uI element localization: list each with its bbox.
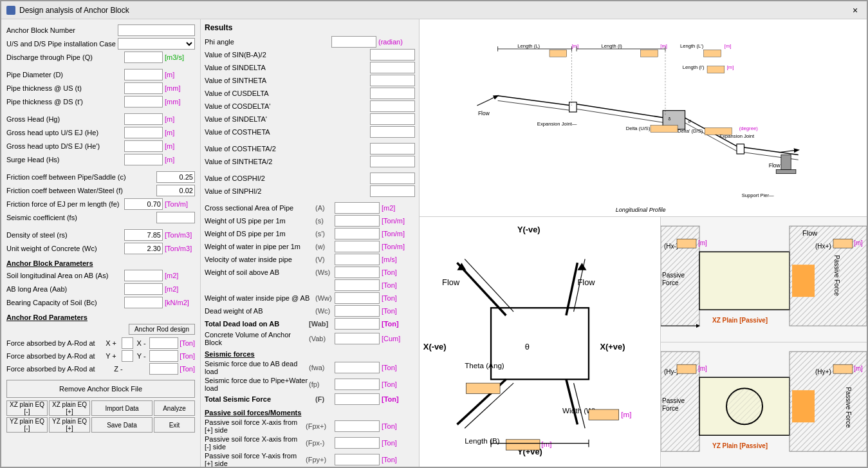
unit-weight-concrete-input[interactable] xyxy=(124,243,163,254)
sin-delta2-input[interactable] xyxy=(370,113,415,125)
xz-eq-neg-btn[interactable]: XZ plain EQ [-] xyxy=(6,400,48,416)
weight-soil-input1[interactable] xyxy=(335,267,380,278)
yz-plain-svg: YZ Plain [Passive] (Hy-) [m] (Hy+) [m] xyxy=(661,342,867,467)
discharge-input[interactable] xyxy=(124,51,163,63)
dead-weight-ab-label: Dead weight of AB xyxy=(205,307,315,315)
weight-us-input[interactable] xyxy=(335,215,380,227)
sin-delta-label: Value of SINDELTA xyxy=(205,64,370,71)
surge-head-label: Surge Head (Hs) xyxy=(6,156,124,164)
svg-rect-15 xyxy=(781,155,791,170)
cross-section-diagrams: XZ Plain [Passive] (Hx-) [m] (Hx+) [m] xyxy=(661,217,867,467)
passive-y-pos-input[interactable] xyxy=(335,454,380,465)
cos-phi-2-input[interactable] xyxy=(370,173,415,184)
friction-force-ej-input[interactable] xyxy=(124,198,163,210)
total-dead-load-input[interactable] xyxy=(335,318,380,330)
seismic-coeff-row: Seismic coefficient (fs) xyxy=(6,212,195,223)
total-seismic-input[interactable] xyxy=(335,393,380,405)
surge-head-input[interactable] xyxy=(124,154,163,165)
pipe-diameter-input[interactable] xyxy=(124,69,163,80)
sin-theta-label: Value of SINTHETA xyxy=(205,77,370,84)
anchor-block-number-input[interactable] xyxy=(118,24,195,36)
weight-water-ab-input[interactable] xyxy=(335,292,380,304)
sin-phi-2-row: Value of SINPHI/2 xyxy=(205,185,415,197)
pipe-thickness-ds-row: Pipe thickness @ DS (t') [mm] xyxy=(6,96,195,108)
gross-head-input[interactable] xyxy=(124,113,163,125)
yz-plain-label: YZ Plain [Passive] xyxy=(712,442,768,449)
density-steel-input[interactable] xyxy=(124,229,163,241)
weight-ds-input[interactable] xyxy=(335,228,380,239)
sin-theta-2-input[interactable] xyxy=(370,156,415,167)
pipe-thickness-us-input[interactable] xyxy=(124,82,163,94)
pipe-thickness-ds-input[interactable] xyxy=(124,96,163,108)
sin-delta-input[interactable] xyxy=(370,62,415,73)
force-x-pos-input1[interactable] xyxy=(122,337,133,349)
anchor-rod-design-btn[interactable]: Anchor Rod design xyxy=(129,324,195,335)
soil-long-area-input[interactable] xyxy=(124,270,163,281)
ab-long-area-input[interactable] xyxy=(124,283,163,295)
concrete-volume-input[interactable] xyxy=(335,333,380,344)
friction-coeff-ws-input[interactable] xyxy=(156,185,195,196)
exit-btn[interactable]: Exit xyxy=(154,417,195,433)
force-y-pos-input2[interactable] xyxy=(149,350,178,362)
velocity-input[interactable] xyxy=(335,254,380,265)
density-steel-row: Density of steel (rs) [Ton/m3] xyxy=(6,229,195,241)
sin-theta-input[interactable] xyxy=(370,75,415,86)
xz-eq-pos-btn[interactable]: XZ plain EQ [+] xyxy=(49,400,90,416)
seismic-pipe-input[interactable] xyxy=(335,379,380,390)
dead-weight-ab-input[interactable] xyxy=(335,305,380,317)
svg-rect-61 xyxy=(833,239,853,248)
passive-x-pos-input[interactable] xyxy=(335,420,380,432)
analyze-btn[interactable]: Analyze xyxy=(154,400,195,416)
seismic-coeff-input[interactable] xyxy=(156,212,195,223)
cross-area-label: Cross sectional Area of Pipe xyxy=(205,204,315,212)
remove-anchor-block-btn[interactable]: Remove Anchor Block File xyxy=(6,380,195,398)
force-z-row: Force absorbed by A-Rod at Z - [Ton] xyxy=(6,363,195,375)
cos-theta-input[interactable] xyxy=(370,126,415,138)
pipe-thickness-ds-label: Pipe thickness @ DS (t') xyxy=(6,98,124,106)
weight-water-row: Weight of water in pipe per 1m (w) [Ton/… xyxy=(205,241,415,252)
gross-head-us-input[interactable] xyxy=(124,127,163,138)
import-data-btn[interactable]: Import Data xyxy=(91,400,152,416)
weight-water-unit: [Ton/m] xyxy=(380,243,415,250)
close-button[interactable]: × xyxy=(849,4,862,17)
passive-x-neg-input[interactable] xyxy=(335,437,380,449)
weight-water-input[interactable] xyxy=(335,241,380,252)
passive-x-neg-row: Passive soil force X-axis from [-] side … xyxy=(205,435,415,451)
weight-soil-input2[interactable] xyxy=(335,279,380,291)
phi-angle-row: Phi angle (radian) xyxy=(205,36,415,48)
sin-b-a-2-input[interactable] xyxy=(370,49,415,61)
seismic-ab-label: Seismic force due to AB dead load xyxy=(205,360,309,375)
bearing-capacity-input[interactable] xyxy=(124,297,163,308)
cos-delta2-input[interactable] xyxy=(370,100,415,112)
total-seismic-unit: [Ton] xyxy=(380,395,415,403)
discharge-unit: [m3/s] xyxy=(163,53,195,61)
theta-ang-label: Theta (Ang) xyxy=(465,361,504,370)
xz-plain-svg: XZ Plain [Passive] (Hx-) [m] (Hx+) [m] xyxy=(661,217,867,341)
passive-force-xz: Passive Force xyxy=(833,255,840,296)
force-x-pos-input2[interactable] xyxy=(149,337,178,349)
force-z-unit: [Ton] xyxy=(178,365,195,373)
svg-rect-5 xyxy=(569,102,577,112)
weight-ds-label: Weight of DS pipe per 1m xyxy=(205,230,315,238)
friction-coeff-ps-input[interactable] xyxy=(156,171,195,183)
xz-plain-label: XZ Plain [Passive] xyxy=(712,317,768,324)
seismic-ab-input[interactable] xyxy=(335,362,380,373)
gross-head-ds-input[interactable] xyxy=(124,140,163,152)
cross-area-input[interactable] xyxy=(335,202,380,214)
bottom-diagrams: Y(-ve) Y(+ve) X(-ve) X(+ve) Flow Flo xyxy=(420,217,867,467)
save-data-btn[interactable]: Save Data xyxy=(91,417,152,433)
phi-angle-input[interactable] xyxy=(331,36,376,48)
cos-delta-input[interactable] xyxy=(370,88,415,99)
force-z-input[interactable] xyxy=(149,363,178,375)
yz-eq-neg-btn[interactable]: YZ plain EQ [-] xyxy=(6,417,48,433)
friction-coeff-ws-label: Friction coeff between Water/Steel (f) xyxy=(6,187,156,194)
us-ds-select[interactable] xyxy=(118,38,195,50)
force-y-pos-input1[interactable] xyxy=(122,350,133,362)
hx-pos-unit: [m] xyxy=(854,239,863,247)
total-dead-load-row: Total Dead load on AB [Wab] [Ton] xyxy=(205,318,415,330)
yz-eq-pos-btn[interactable]: YZ plain EQ [+] xyxy=(49,417,90,433)
theta-label: θ xyxy=(525,342,530,351)
cos-theta-2-input[interactable] xyxy=(370,143,415,154)
weight-us-unit: [Ton/m] xyxy=(380,217,415,225)
sin-phi-2-input[interactable] xyxy=(370,185,415,197)
